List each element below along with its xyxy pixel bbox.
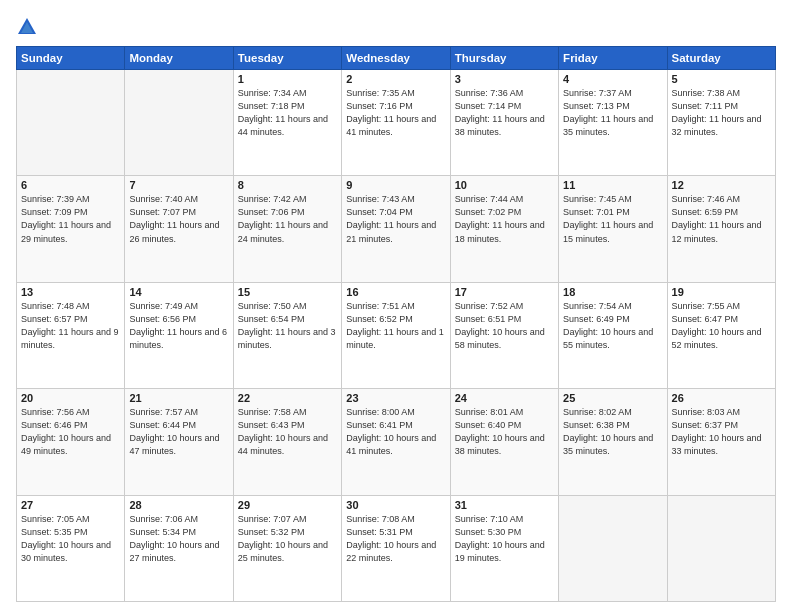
day-info: Sunrise: 7:44 AMSunset: 7:02 PMDaylight:… — [455, 193, 554, 245]
day-info: Sunrise: 7:35 AMSunset: 7:16 PMDaylight:… — [346, 87, 445, 139]
day-number: 5 — [672, 73, 771, 85]
day-number: 18 — [563, 286, 662, 298]
calendar-cell: 28Sunrise: 7:06 AMSunset: 5:34 PMDayligh… — [125, 495, 233, 601]
day-info: Sunrise: 7:37 AMSunset: 7:13 PMDaylight:… — [563, 87, 662, 139]
day-info: Sunrise: 7:34 AMSunset: 7:18 PMDaylight:… — [238, 87, 337, 139]
weekday-header: Wednesday — [342, 47, 450, 70]
calendar-cell: 7Sunrise: 7:40 AMSunset: 7:07 PMDaylight… — [125, 176, 233, 282]
day-number: 16 — [346, 286, 445, 298]
day-info: Sunrise: 7:56 AMSunset: 6:46 PMDaylight:… — [21, 406, 120, 458]
calendar-cell — [17, 70, 125, 176]
day-info: Sunrise: 7:55 AMSunset: 6:47 PMDaylight:… — [672, 300, 771, 352]
day-info: Sunrise: 7:45 AMSunset: 7:01 PMDaylight:… — [563, 193, 662, 245]
day-info: Sunrise: 7:50 AMSunset: 6:54 PMDaylight:… — [238, 300, 337, 352]
weekday-header: Tuesday — [233, 47, 341, 70]
day-number: 11 — [563, 179, 662, 191]
header — [16, 16, 776, 38]
day-info: Sunrise: 7:57 AMSunset: 6:44 PMDaylight:… — [129, 406, 228, 458]
calendar-cell: 8Sunrise: 7:42 AMSunset: 7:06 PMDaylight… — [233, 176, 341, 282]
day-number: 10 — [455, 179, 554, 191]
day-info: Sunrise: 8:00 AMSunset: 6:41 PMDaylight:… — [346, 406, 445, 458]
day-number: 1 — [238, 73, 337, 85]
day-info: Sunrise: 7:43 AMSunset: 7:04 PMDaylight:… — [346, 193, 445, 245]
day-number: 15 — [238, 286, 337, 298]
day-number: 4 — [563, 73, 662, 85]
calendar-week-row: 27Sunrise: 7:05 AMSunset: 5:35 PMDayligh… — [17, 495, 776, 601]
calendar-cell: 6Sunrise: 7:39 AMSunset: 7:09 PMDaylight… — [17, 176, 125, 282]
weekday-header: Sunday — [17, 47, 125, 70]
day-number: 7 — [129, 179, 228, 191]
calendar-cell — [559, 495, 667, 601]
weekday-header: Saturday — [667, 47, 775, 70]
day-number: 17 — [455, 286, 554, 298]
day-info: Sunrise: 8:02 AMSunset: 6:38 PMDaylight:… — [563, 406, 662, 458]
calendar-cell — [667, 495, 775, 601]
day-info: Sunrise: 7:46 AMSunset: 6:59 PMDaylight:… — [672, 193, 771, 245]
calendar-cell: 20Sunrise: 7:56 AMSunset: 6:46 PMDayligh… — [17, 389, 125, 495]
weekday-header-row: SundayMondayTuesdayWednesdayThursdayFrid… — [17, 47, 776, 70]
calendar-cell: 21Sunrise: 7:57 AMSunset: 6:44 PMDayligh… — [125, 389, 233, 495]
day-number: 19 — [672, 286, 771, 298]
day-number: 3 — [455, 73, 554, 85]
day-number: 20 — [21, 392, 120, 404]
calendar-cell: 2Sunrise: 7:35 AMSunset: 7:16 PMDaylight… — [342, 70, 450, 176]
day-number: 29 — [238, 499, 337, 511]
day-info: Sunrise: 7:10 AMSunset: 5:30 PMDaylight:… — [455, 513, 554, 565]
calendar-cell: 1Sunrise: 7:34 AMSunset: 7:18 PMDaylight… — [233, 70, 341, 176]
logo — [16, 16, 42, 38]
calendar-table: SundayMondayTuesdayWednesdayThursdayFrid… — [16, 46, 776, 602]
day-number: 30 — [346, 499, 445, 511]
day-info: Sunrise: 8:03 AMSunset: 6:37 PMDaylight:… — [672, 406, 771, 458]
calendar-cell: 25Sunrise: 8:02 AMSunset: 6:38 PMDayligh… — [559, 389, 667, 495]
day-number: 2 — [346, 73, 445, 85]
day-info: Sunrise: 7:42 AMSunset: 7:06 PMDaylight:… — [238, 193, 337, 245]
calendar-cell: 22Sunrise: 7:58 AMSunset: 6:43 PMDayligh… — [233, 389, 341, 495]
calendar-cell: 12Sunrise: 7:46 AMSunset: 6:59 PMDayligh… — [667, 176, 775, 282]
day-info: Sunrise: 7:52 AMSunset: 6:51 PMDaylight:… — [455, 300, 554, 352]
day-number: 14 — [129, 286, 228, 298]
calendar-week-row: 20Sunrise: 7:56 AMSunset: 6:46 PMDayligh… — [17, 389, 776, 495]
day-number: 28 — [129, 499, 228, 511]
calendar-cell: 31Sunrise: 7:10 AMSunset: 5:30 PMDayligh… — [450, 495, 558, 601]
day-number: 22 — [238, 392, 337, 404]
calendar-week-row: 13Sunrise: 7:48 AMSunset: 6:57 PMDayligh… — [17, 282, 776, 388]
day-info: Sunrise: 7:07 AMSunset: 5:32 PMDaylight:… — [238, 513, 337, 565]
calendar-cell: 15Sunrise: 7:50 AMSunset: 6:54 PMDayligh… — [233, 282, 341, 388]
calendar-cell: 29Sunrise: 7:07 AMSunset: 5:32 PMDayligh… — [233, 495, 341, 601]
calendar-cell: 5Sunrise: 7:38 AMSunset: 7:11 PMDaylight… — [667, 70, 775, 176]
calendar-cell: 24Sunrise: 8:01 AMSunset: 6:40 PMDayligh… — [450, 389, 558, 495]
day-number: 27 — [21, 499, 120, 511]
calendar-cell — [125, 70, 233, 176]
calendar-cell: 30Sunrise: 7:08 AMSunset: 5:31 PMDayligh… — [342, 495, 450, 601]
day-number: 31 — [455, 499, 554, 511]
calendar-cell: 17Sunrise: 7:52 AMSunset: 6:51 PMDayligh… — [450, 282, 558, 388]
calendar-cell: 14Sunrise: 7:49 AMSunset: 6:56 PMDayligh… — [125, 282, 233, 388]
day-info: Sunrise: 8:01 AMSunset: 6:40 PMDaylight:… — [455, 406, 554, 458]
logo-icon — [16, 16, 38, 38]
day-number: 9 — [346, 179, 445, 191]
calendar-cell: 3Sunrise: 7:36 AMSunset: 7:14 PMDaylight… — [450, 70, 558, 176]
calendar-cell: 19Sunrise: 7:55 AMSunset: 6:47 PMDayligh… — [667, 282, 775, 388]
day-info: Sunrise: 7:39 AMSunset: 7:09 PMDaylight:… — [21, 193, 120, 245]
weekday-header: Friday — [559, 47, 667, 70]
calendar-cell: 23Sunrise: 8:00 AMSunset: 6:41 PMDayligh… — [342, 389, 450, 495]
day-number: 26 — [672, 392, 771, 404]
calendar-cell: 27Sunrise: 7:05 AMSunset: 5:35 PMDayligh… — [17, 495, 125, 601]
calendar-cell: 16Sunrise: 7:51 AMSunset: 6:52 PMDayligh… — [342, 282, 450, 388]
calendar-week-row: 1Sunrise: 7:34 AMSunset: 7:18 PMDaylight… — [17, 70, 776, 176]
day-number: 6 — [21, 179, 120, 191]
day-info: Sunrise: 7:38 AMSunset: 7:11 PMDaylight:… — [672, 87, 771, 139]
day-info: Sunrise: 7:49 AMSunset: 6:56 PMDaylight:… — [129, 300, 228, 352]
calendar-cell: 26Sunrise: 8:03 AMSunset: 6:37 PMDayligh… — [667, 389, 775, 495]
calendar-cell: 10Sunrise: 7:44 AMSunset: 7:02 PMDayligh… — [450, 176, 558, 282]
day-number: 23 — [346, 392, 445, 404]
day-info: Sunrise: 7:51 AMSunset: 6:52 PMDaylight:… — [346, 300, 445, 352]
day-info: Sunrise: 7:58 AMSunset: 6:43 PMDaylight:… — [238, 406, 337, 458]
day-number: 12 — [672, 179, 771, 191]
day-number: 25 — [563, 392, 662, 404]
page: SundayMondayTuesdayWednesdayThursdayFrid… — [0, 0, 792, 612]
day-info: Sunrise: 7:08 AMSunset: 5:31 PMDaylight:… — [346, 513, 445, 565]
day-info: Sunrise: 7:40 AMSunset: 7:07 PMDaylight:… — [129, 193, 228, 245]
day-number: 24 — [455, 392, 554, 404]
day-info: Sunrise: 7:36 AMSunset: 7:14 PMDaylight:… — [455, 87, 554, 139]
